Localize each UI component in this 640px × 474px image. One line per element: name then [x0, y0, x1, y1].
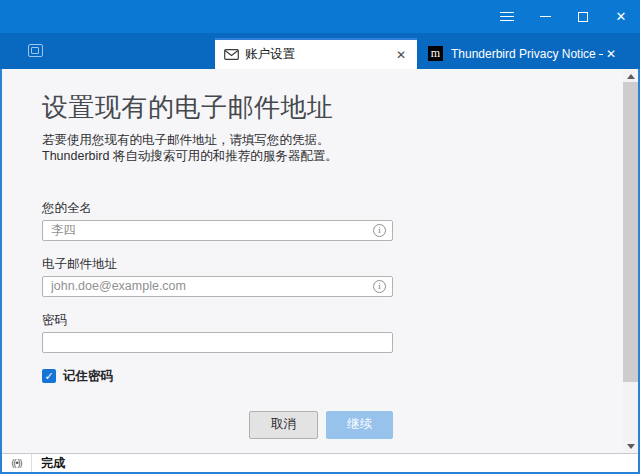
account-setup-form: 您的全名 i 电子邮件地址 i 密码 ✓ 记住密码 取消 — [42, 200, 393, 454]
maximize-icon — [578, 12, 588, 22]
chevron-up-icon — [627, 74, 635, 79]
broadcast-icon: ((•)) — [11, 458, 21, 468]
envelope-icon — [224, 49, 239, 60]
cancel-button[interactable]: 取消 — [249, 411, 318, 439]
app-menu-button[interactable] — [488, 0, 526, 33]
remember-password-checkbox[interactable]: ✓ — [42, 369, 56, 383]
continue-button[interactable]: 继续 — [326, 411, 393, 439]
tab-account-settings[interactable]: 账户设置 ✕ — [215, 38, 417, 69]
maximize-button[interactable] — [564, 0, 602, 33]
scrollbar-thumb[interactable] — [623, 82, 638, 382]
email-input[interactable] — [51, 278, 373, 295]
info-icon[interactable]: i — [373, 224, 386, 237]
titlebar: ✕ — [0, 0, 640, 33]
account-setup-panel: 设置现有的电子邮件地址 若要使用您现有的电子邮件地址，请填写您的凭据。 Thun… — [2, 69, 623, 453]
subtitle-line-1: 若要使用您现有的电子邮件地址，请填写您的凭据。 — [42, 132, 623, 148]
tab-bar: 账户设置 ✕ m Thunderbird Privacy Notice — M … — [0, 33, 640, 69]
tab-label: Thunderbird Privacy Notice — M — [451, 47, 603, 61]
tab-privacy-notice[interactable]: m Thunderbird Privacy Notice — M ✕ — [423, 38, 625, 69]
tab-close-icon[interactable]: ✕ — [393, 47, 409, 63]
chevron-down-icon — [627, 444, 635, 449]
status-bar: ((•)) 完成 — [2, 453, 638, 472]
page-title: 设置现有的电子邮件地址 — [42, 91, 623, 124]
email-field-wrap: i — [42, 276, 393, 297]
thunderbird-window: ✕ 账户设置 ✕ m Thunderbird Privacy Notice — … — [0, 0, 640, 474]
fullname-label: 您的全名 — [42, 200, 393, 216]
close-icon: ✕ — [616, 10, 627, 23]
info-icon[interactable]: i — [373, 280, 386, 293]
subtitle-line-2: Thunderbird 将自动搜索可用的和推荐的服务器配置。 — [42, 148, 623, 164]
fullname-input[interactable] — [51, 222, 373, 239]
fullname-field-wrap: i — [42, 220, 393, 241]
status-text: 完成 — [41, 455, 65, 472]
minimize-icon — [540, 16, 551, 17]
checkmark-icon: ✓ — [44, 370, 53, 382]
scroll-up-button[interactable] — [623, 69, 638, 83]
menu-icon — [500, 16, 514, 17]
tab-label: 账户设置 — [245, 46, 393, 63]
remember-password-label: 记住密码 — [63, 368, 113, 385]
remember-password-row[interactable]: ✓ 记住密码 — [42, 368, 393, 385]
password-input[interactable] — [51, 334, 386, 351]
vertical-scrollbar[interactable] — [623, 69, 638, 453]
password-field-wrap — [42, 332, 393, 353]
page-subtitle: 若要使用您现有的电子邮件地址，请填写您的凭据。 Thunderbird 将自动搜… — [42, 132, 623, 164]
tab-close-icon[interactable]: ✕ — [603, 46, 619, 62]
window-close-button[interactable]: ✕ — [602, 0, 640, 33]
scroll-down-button[interactable] — [623, 439, 638, 453]
spaces-icon[interactable] — [28, 44, 43, 57]
network-status-cell[interactable]: ((•)) — [2, 454, 32, 472]
minimize-button[interactable] — [526, 0, 564, 33]
mozilla-icon: m — [428, 46, 443, 61]
form-buttons: 取消 继续 — [42, 411, 393, 439]
email-label: 电子邮件地址 — [42, 256, 393, 272]
password-label: 密码 — [42, 312, 393, 328]
window-border — [0, 69, 2, 474]
